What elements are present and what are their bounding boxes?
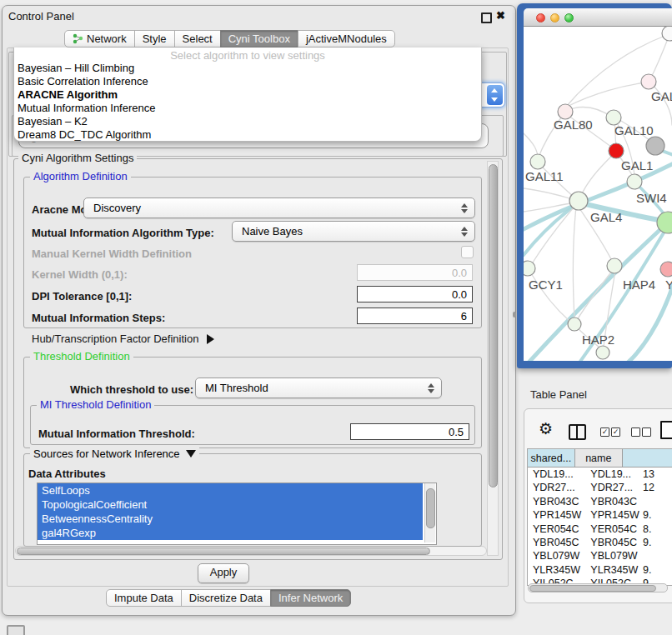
- network-node-gal[interactable]: [641, 74, 656, 89]
- tab-network[interactable]: Network: [64, 30, 135, 48]
- table-cell[interactable]: 8.: [639, 522, 672, 536]
- network-view-titlebar[interactable]: [524, 8, 672, 27]
- checked-box-icon[interactable]: ✓: [611, 428, 620, 437]
- tab-impute-data[interactable]: Impute Data: [106, 589, 182, 607]
- table-cell[interactable]: YBL079W: [528, 549, 583, 562]
- mi-threshold-field[interactable]: 0.5: [350, 423, 469, 440]
- attribute-item[interactable]: gal4RGexp: [38, 526, 423, 540]
- table-cell[interactable]: YLR345W: [583, 563, 639, 577]
- zoom-window-icon[interactable]: [564, 13, 574, 22]
- table-cell[interactable]: YDR27...: [528, 481, 583, 494]
- table-row[interactable]: YBR043CYBR043C: [528, 495, 672, 508]
- algorithm-option[interactable]: ARACNE Algorithm: [14, 88, 481, 102]
- table-cell[interactable]: YDR27...: [583, 481, 639, 494]
- close-window-icon[interactable]: [536, 13, 545, 22]
- sources-title[interactable]: Sources for Network Inference: [30, 448, 199, 460]
- apply-button[interactable]: Apply: [198, 563, 249, 583]
- checked-box-icon[interactable]: ✓: [600, 428, 609, 437]
- mi-steps-field[interactable]: 6: [357, 308, 473, 324]
- split-pane-divider[interactable]: [513, 312, 516, 318]
- network-node[interactable]: [662, 27, 672, 41]
- table-cell[interactable]: 12: [639, 481, 672, 494]
- settings-horizontal-scrollbar-thumb[interactable]: [17, 548, 430, 555]
- table-cell[interactable]: YDL19...: [528, 468, 583, 481]
- network-node-gcy1[interactable]: [524, 261, 535, 276]
- network-node-y[interactable]: [660, 262, 672, 277]
- float-window-icon[interactable]: [481, 12, 492, 23]
- table-cell[interactable]: 9.: [639, 536, 672, 549]
- network-node[interactable]: [596, 346, 609, 359]
- tab-discretize-data[interactable]: Discretize Data: [181, 589, 271, 607]
- which-threshold-combobox[interactable]: MI Threshold: [195, 378, 442, 398]
- dock-corner-icon[interactable]: [7, 625, 25, 635]
- table-row[interactable]: YER054CYER054C8.: [528, 522, 672, 536]
- table-cell[interactable]: YLR345W: [528, 563, 583, 577]
- network-node-hap4[interactable]: [607, 258, 622, 273]
- network-canvas[interactable]: GALGAL80GAL10GAL1GAL11GAL4SWI4GCY1HAP4YH…: [524, 27, 672, 361]
- table-cell[interactable]: YBR043C: [583, 495, 639, 508]
- file-icon[interactable]: [660, 421, 672, 439]
- algorithm-option[interactable]: Bayesian – K2: [14, 115, 481, 128]
- network-node-swi4[interactable]: [627, 174, 642, 189]
- column-header-shared[interactable]: shared...: [528, 449, 575, 468]
- table-row[interactable]: YPR145WYPR145W9.: [528, 508, 672, 522]
- tab-infer-network[interactable]: Infer Network: [270, 589, 351, 607]
- mi-algorithm-type-combobox[interactable]: Naive Bayes: [232, 221, 475, 242]
- settings-vertical-scrollbar-thumb[interactable]: [489, 164, 498, 488]
- table-cell[interactable]: YBL079W: [583, 549, 639, 562]
- unchecked-box-icon[interactable]: [631, 428, 640, 437]
- table-cell[interactable]: YER054C: [583, 522, 639, 536]
- network-node-gal11[interactable]: [530, 154, 545, 169]
- tab-infer-network-label: Infer Network: [278, 589, 343, 607]
- tab-jactivemnodules-label: jActiveMNodules: [306, 30, 387, 48]
- table-horizontal-scrollbar-thumb[interactable]: [529, 585, 656, 592]
- network-node-gal4[interactable]: [569, 192, 588, 210]
- tab-jactivemnodules[interactable]: jActiveMNodules: [298, 30, 395, 48]
- table-cell[interactable]: [639, 495, 672, 508]
- table-cell[interactable]: YER054C: [528, 522, 583, 536]
- algorithm-option[interactable]: Bayesian – Hill Climbing: [14, 62, 481, 75]
- attribute-item[interactable]: SelfLoops: [38, 483, 423, 498]
- table-cell[interactable]: YBR045C: [583, 536, 639, 549]
- tab-style[interactable]: Style: [134, 30, 175, 48]
- dpi-tolerance-field[interactable]: 0.0: [357, 286, 473, 302]
- column-header-name[interactable]: name: [575, 449, 623, 468]
- combobox-arrows-icon: [428, 383, 434, 393]
- columns-icon[interactable]: [569, 424, 586, 440]
- attribute-item[interactable]: BetweennessCentrality: [38, 512, 423, 526]
- table-cell[interactable]: 9.: [639, 508, 672, 522]
- hub-transcription-factor-section[interactable]: Hub/Transcription Factor Definition: [32, 332, 214, 345]
- algorithm-option[interactable]: Mutual Information Inference: [14, 102, 481, 115]
- tab-style-label: Style: [143, 30, 167, 48]
- attribute-item[interactable]: TopologicalCoefficient: [38, 498, 423, 512]
- expand-arrow-icon: [207, 334, 214, 344]
- attributes-scrollbar-thumb[interactable]: [426, 488, 435, 528]
- unchecked-box-icon[interactable]: [642, 428, 651, 437]
- minimize-window-icon[interactable]: [550, 13, 559, 22]
- table-cell[interactable]: YBR043C: [528, 495, 583, 508]
- table-row[interactable]: YBR045CYBR045C9.: [528, 536, 672, 549]
- column-header-extra[interactable]: [623, 449, 672, 468]
- table-row[interactable]: YBL079WYBL079W: [528, 549, 672, 562]
- table-cell[interactable]: YDL19...: [583, 468, 639, 481]
- table-row[interactable]: YLR345WYLR345W9.: [528, 563, 672, 577]
- table-row[interactable]: YDR27...YDR27...12: [528, 481, 672, 494]
- tab-cyni-toolbox[interactable]: Cyni Toolbox: [220, 30, 298, 48]
- algorithm-option[interactable]: Dream8 DC_TDC Algorithm: [14, 128, 481, 142]
- table-panel-title: Table Panel: [530, 388, 587, 401]
- table-cell[interactable]: [639, 549, 672, 562]
- table-row[interactable]: YDL19...YDL19...13: [528, 468, 672, 481]
- close-icon[interactable]: ✖: [496, 9, 505, 22]
- network-node-gal1[interactable]: [609, 143, 624, 158]
- algorithm-option[interactable]: Basic Correlation Inference: [14, 75, 481, 88]
- aracne-mode-combobox[interactable]: Discovery: [83, 198, 475, 218]
- table-cell[interactable]: 9.: [639, 563, 672, 577]
- table-cell[interactable]: YBR045C: [528, 536, 583, 549]
- table-cell[interactable]: YPR145W: [528, 508, 583, 522]
- table-cell[interactable]: YPR145W: [583, 508, 639, 522]
- network-node[interactable]: [646, 137, 664, 155]
- tab-select[interactable]: Select: [174, 30, 221, 48]
- table-cell[interactable]: 13: [639, 468, 672, 481]
- network-node-hap2[interactable]: [568, 318, 581, 331]
- gear-icon[interactable]: ⚙: [539, 420, 553, 438]
